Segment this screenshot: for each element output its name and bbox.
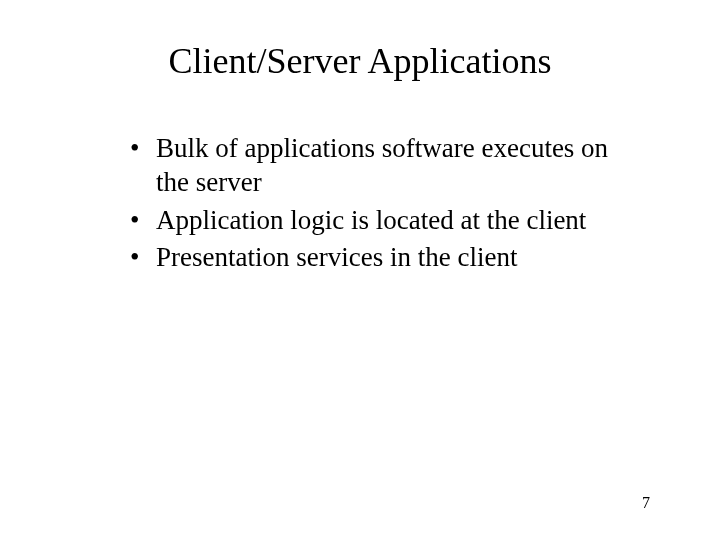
slide-title: Client/Server Applications	[60, 40, 660, 82]
list-item: Application logic is located at the clie…	[130, 204, 620, 238]
page-number: 7	[642, 494, 650, 512]
list-item: Presentation services in the client	[130, 241, 620, 275]
list-item: Bulk of applications software executes o…	[130, 132, 620, 200]
slide-container: Client/Server Applications Bulk of appli…	[0, 0, 720, 540]
bullet-list: Bulk of applications software executes o…	[60, 132, 660, 275]
